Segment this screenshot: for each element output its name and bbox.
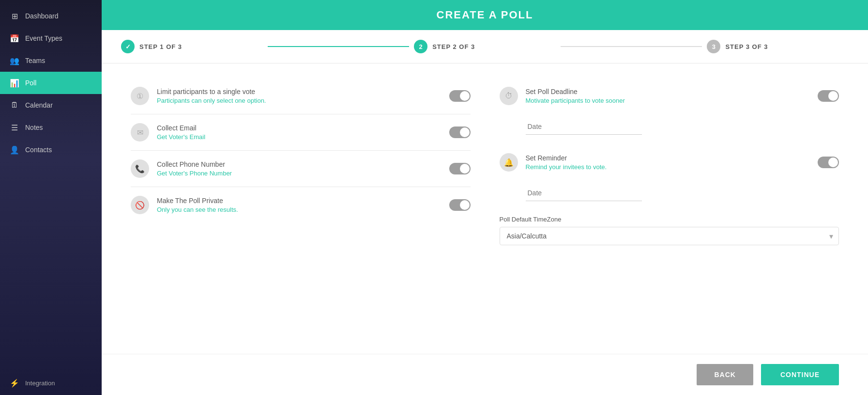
contacts-icon: 👤	[10, 145, 19, 155]
sidebar-item-dashboard[interactable]: ⊞ Dashboard	[0, 5, 102, 27]
reminder-section: 🔔 Set Reminder Remind your invitees to v…	[500, 144, 839, 180]
step-3: 3 STEP 3 OF 3	[707, 40, 849, 53]
page-header: CREATE A POLL	[102, 0, 868, 30]
collect-email-icon: ✉	[131, 123, 149, 142]
option-row-collect-phone: 📞 Collect Phone Number Get Voter's Phone…	[131, 151, 471, 187]
page-title: CREATE A POLL	[437, 9, 533, 21]
step-1-label: STEP 1 OF 3	[139, 43, 182, 50]
right-column: ⏱ Set Poll Deadline Motivate participant…	[500, 78, 839, 245]
sidebar-navigation: ⊞ Dashboard 📅 Event Types 👥 Teams 📊 Poll…	[0, 0, 102, 371]
event-types-icon: 📅	[10, 33, 19, 43]
option-row-limit-vote: ① Limit participants to a single vote Pa…	[131, 78, 471, 114]
limit-vote-toggle[interactable]	[449, 90, 471, 102]
sidebar-item-teams[interactable]: 👥 Teams	[0, 49, 102, 72]
deadline-section: ⏱ Set Poll Deadline Motivate participant…	[500, 78, 839, 114]
step-1: ✓ STEP 1 OF 3	[121, 40, 263, 53]
step-3-label: STEP 3 OF 3	[725, 43, 768, 50]
reminder-subtitle: Remind your invitees to vote.	[526, 163, 810, 171]
deadline-date-input[interactable]	[526, 119, 642, 135]
deadline-toggle[interactable]	[818, 90, 839, 102]
continue-button[interactable]: CONTINUE	[761, 364, 839, 385]
sidebar-integration-label: Integration	[25, 379, 55, 387]
sidebar-item-event-types[interactable]: 📅 Event Types	[0, 27, 102, 49]
steps-bar: ✓ STEP 1 OF 3 2 STEP 2 OF 3 3 STEP 3 OF …	[102, 30, 868, 63]
sidebar-label-calendar: Calendar	[25, 101, 53, 109]
footer-actions: BACK CONTINUE	[102, 354, 868, 395]
timezone-section: Poll Default TimeZone Asia/CalcuttaUTCAm…	[500, 216, 839, 245]
poll-icon: 📊	[10, 78, 19, 88]
limit-vote-subtitle: Participants can only select one option.	[157, 97, 442, 104]
sidebar-label-notes: Notes	[25, 124, 43, 131]
limit-vote-icon: ①	[131, 87, 149, 105]
collect-phone-title: Collect Phone Number	[157, 160, 442, 168]
collect-phone-icon: 📞	[131, 159, 149, 178]
limit-vote-title: Limit participants to a single vote	[157, 88, 442, 95]
make-private-toggle[interactable]	[449, 199, 471, 211]
sidebar-item-poll[interactable]: 📊 Poll	[0, 72, 102, 94]
step-2: 2 STEP 2 OF 3	[414, 40, 556, 53]
make-private-icon: 🚫	[131, 196, 149, 214]
reminder-date-input[interactable]	[526, 185, 642, 201]
step-line-1	[268, 46, 410, 47]
content-area: ① Limit participants to a single vote Pa…	[102, 63, 868, 354]
step-2-label: STEP 2 OF 3	[432, 43, 475, 50]
reminder-title: Set Reminder	[526, 154, 810, 162]
reminder-icon: 🔔	[500, 153, 518, 172]
make-private-subtitle: Only you can see the results.	[157, 206, 442, 213]
collect-email-title: Collect Email	[157, 124, 442, 132]
timezone-label: Poll Default TimeZone	[500, 216, 839, 223]
collect-phone-toggle[interactable]	[449, 163, 471, 174]
sidebar-item-integration[interactable]: ⚡ Integration	[0, 371, 102, 395]
collect-email-subtitle: Get Voter's Email	[157, 133, 442, 141]
sidebar-item-notes[interactable]: ☰ Notes	[0, 116, 102, 139]
deadline-subtitle: Motivate participants to vote sooner	[526, 97, 810, 104]
sidebar-label-event-types: Event Types	[25, 34, 62, 42]
teams-icon: 👥	[10, 56, 19, 65]
step-line-2	[561, 46, 702, 47]
make-private-title: Make The Poll Private	[157, 197, 442, 205]
sidebar-label-poll: Poll	[25, 79, 36, 87]
step-3-circle: 3	[707, 40, 720, 53]
collect-email-toggle[interactable]	[449, 126, 471, 138]
deadline-icon: ⏱	[500, 87, 518, 105]
collect-phone-subtitle: Get Voter's Phone Number	[157, 170, 442, 177]
step-1-circle: ✓	[121, 40, 135, 53]
step-2-circle: 2	[414, 40, 427, 53]
dashboard-icon: ⊞	[10, 11, 19, 21]
timezone-select-wrapper: Asia/CalcuttaUTCAmerica/New_YorkEurope/L…	[500, 227, 839, 245]
sidebar-label-dashboard: Dashboard	[25, 12, 59, 20]
option-row-collect-email: ✉ Collect Email Get Voter's Email	[131, 114, 471, 151]
option-row-make-private: 🚫 Make The Poll Private Only you can see…	[131, 187, 471, 223]
timezone-select[interactable]: Asia/CalcuttaUTCAmerica/New_YorkEurope/L…	[500, 227, 839, 245]
sidebar-item-calendar[interactable]: 🗓 Calendar	[0, 94, 102, 116]
sidebar-label-contacts: Contacts	[25, 146, 52, 154]
deadline-title: Set Poll Deadline	[526, 88, 810, 95]
notes-icon: ☰	[10, 123, 19, 132]
calendar-icon: 🗓	[10, 100, 19, 110]
sidebar-item-contacts[interactable]: 👤 Contacts	[0, 139, 102, 161]
back-button[interactable]: BACK	[697, 364, 753, 385]
sidebar-label-teams: Teams	[25, 57, 45, 64]
reminder-toggle[interactable]	[818, 157, 839, 168]
left-column: ① Limit participants to a single vote Pa…	[131, 78, 471, 245]
main-content: CREATE A POLL ✓ STEP 1 OF 3 2 STEP 2 OF …	[102, 0, 868, 395]
sidebar: ⊞ Dashboard 📅 Event Types 👥 Teams 📊 Poll…	[0, 0, 102, 395]
integration-icon: ⚡	[10, 378, 19, 388]
